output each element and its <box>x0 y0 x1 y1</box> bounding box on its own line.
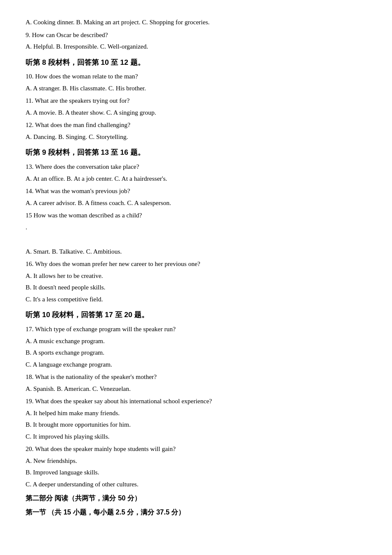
section-line-10: 听第 9 段材料，回答第 13 至 16 题。 <box>26 147 366 159</box>
question-line-11: 13. Where does the conversation take pla… <box>26 162 366 173</box>
answer-line-9: A. Dancing. B. Singing. C. Storytelling. <box>26 132 366 143</box>
answer-line-12: A. At an office. B. At a job center. C. … <box>26 173 366 185</box>
option-line-30: A. It helped him make many friends. <box>26 408 366 419</box>
section-line-22: 听第 10 段材料，回答第 17 至 20 题。 <box>26 309 366 321</box>
option-line-25: B. A sports exchange program. <box>26 347 366 358</box>
question-line-8: 12. What does the man find challenging? <box>26 120 366 131</box>
question-line-4: 10. How does the woman relate to the man… <box>26 71 366 82</box>
question-line-6: 11. What are the speakers trying out for… <box>26 95 366 107</box>
section-line-3: 听第 8 段材料，回答第 10 至 12 题。 <box>26 57 366 69</box>
main-content: A. Cooking dinner. B. Making an art proj… <box>26 17 366 518</box>
option-line-21: C. It's a less competitive field. <box>26 294 366 305</box>
answer-line-7: A. A movie. B. A theater show. C. A sing… <box>26 107 366 119</box>
option-line-24: A. A music exchange program. <box>26 336 366 347</box>
option-line-36: C. A deeper understanding of other cultu… <box>26 479 366 490</box>
option-line-32: C. It improved his playing skills. <box>26 431 366 442</box>
question-line-15: 15 How was the woman described as a chil… <box>26 210 366 221</box>
option-line-34: A. New friendships. <box>26 456 366 467</box>
answer-line-0: A. Cooking dinner. B. Making an art proj… <box>26 17 366 28</box>
question-line-18: 16. Why does the woman prefer her new ca… <box>26 259 366 270</box>
option-line-19: A. It allows her to be creative. <box>26 271 366 282</box>
answer-line-2: A. Helpful. B. Irresponsible. C. Well-or… <box>26 41 366 52</box>
question-line-1: 9. How can Oscar be described? <box>26 30 366 41</box>
question-line-13: 14. What was the woman's previous job? <box>26 186 366 197</box>
answer-line-17: A. Smart. B. Talkative. C. Ambitious. <box>26 246 366 257</box>
option-line-31: B. It brought more opportunities for him… <box>26 419 366 431</box>
answer-line-14: A. A career advisor. B. A fitness coach.… <box>26 198 366 209</box>
option-line-20: B. It doesn't need people skills. <box>26 282 366 293</box>
section2-line-37: 第二部分 阅读（共两节，满分 50 分） <box>26 492 366 504</box>
question-line-sub-15: . <box>26 222 366 233</box>
answer-line-28: A. Spanish. B. American. C. Venezuelan. <box>26 384 366 395</box>
option-line-35: B. Improved language skills. <box>26 467 366 478</box>
answer-line-5: A. A stranger. B. His classmate. C. His … <box>26 83 366 94</box>
question-line-29: 19. What does the speaker say about his … <box>26 396 366 407</box>
blank-line-16 <box>26 234 366 245</box>
question-line-33: 20. What does the speaker mainly hope st… <box>26 444 366 455</box>
question-line-27: 18. What is the nationality of the speak… <box>26 372 366 383</box>
option-line-26: C. A language exchange program. <box>26 359 366 370</box>
section2-line-38: 第一节 （共 15 小题，每小题 2.5 分，满分 37.5 分） <box>26 506 366 518</box>
question-line-23: 17. Which type of exchange program will … <box>26 324 366 335</box>
